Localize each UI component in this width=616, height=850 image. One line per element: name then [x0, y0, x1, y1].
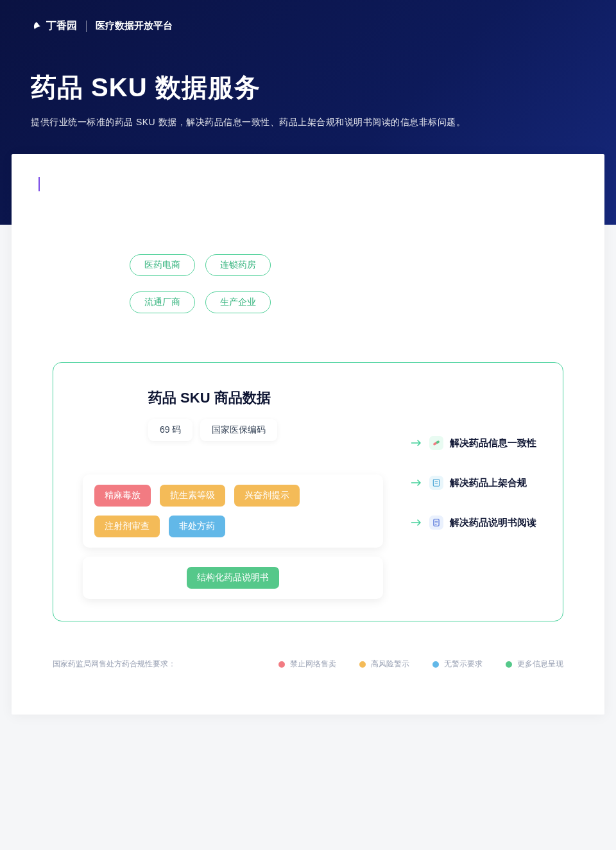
- compliance-chip: 非处方药: [169, 516, 225, 537]
- legend-dot-icon: [278, 661, 285, 668]
- svg-rect-7: [435, 523, 438, 523]
- output-label: 解决药品上架合规: [450, 477, 527, 489]
- leaf-icon: [31, 21, 42, 32]
- content-surface: 医药电商 连锁药房 流通厂商 生产企业 药品 SKU 商品数据 69 码 国家医…: [12, 154, 604, 715]
- code-tag: 国家医保编码: [200, 419, 277, 441]
- legend-lead: 国家药监局网售处方药合规性要求：: [53, 659, 176, 670]
- source-pill: 连锁药房: [205, 254, 271, 276]
- source-row-2: 流通厂商 生产企业: [130, 291, 563, 313]
- compliance-chip: 精麻毒放: [94, 485, 151, 507]
- output-item: 解决药品上架合规: [411, 476, 543, 490]
- card-left-column: 69 码 国家医保编码 精麻毒放 抗生素等级 兴奋剂提示 注射剂审查 非处方药: [73, 408, 383, 599]
- structured-manual-card: 结构化药品说明书: [83, 557, 383, 599]
- arrow-right-icon: [411, 519, 423, 526]
- compliance-chip: 注射剂审查: [94, 516, 160, 537]
- source-pills: 医药电商 连锁药房 流通厂商 生产企业: [53, 254, 563, 313]
- outputs-column: 解决药品信息一致性 解决药品上架合规: [411, 408, 543, 599]
- output-label: 解决药品信息一致性: [450, 437, 536, 449]
- arrow-right-icon: [411, 439, 423, 447]
- page-title: 药品 SKU 数据服务: [31, 70, 585, 105]
- arrow-right-icon: [411, 479, 423, 487]
- legend-item: 无警示要求: [432, 659, 483, 670]
- output-label: 解决药品说明书阅读: [450, 517, 536, 529]
- legend-label: 禁止网络售卖: [290, 659, 336, 670]
- accent-marker: [38, 177, 40, 191]
- legend-item: 更多信息呈现: [506, 659, 563, 670]
- compliance-chip: 兴奋剂提示: [234, 485, 300, 507]
- legend-dot-icon: [506, 661, 512, 668]
- output-item: 解决药品信息一致性: [411, 436, 543, 450]
- legend-item: 高风险警示: [359, 659, 409, 670]
- structured-chip: 结构化药品说明书: [187, 567, 279, 589]
- source-row-1: 医药电商 连锁药房: [130, 254, 563, 276]
- compliance-tags-card: 精麻毒放 抗生素等级 兴奋剂提示 注射剂审查 非处方药: [83, 474, 383, 548]
- form-icon: [429, 476, 443, 490]
- svg-rect-8: [435, 524, 437, 525]
- legend-label: 无警示要求: [444, 659, 483, 670]
- legend-row: 国家药监局网售处方药合规性要求： 禁止网络售卖 高风险警示 无警示要求 更多信息…: [53, 659, 563, 670]
- svg-rect-3: [435, 481, 438, 481]
- source-pill: 医药电商: [130, 254, 195, 276]
- code-tag: 69 码: [148, 419, 193, 441]
- source-pill: 生产企业: [205, 291, 271, 313]
- brand-name: 丁香园: [46, 19, 77, 33]
- platform-name: 医疗数据开放平台: [96, 20, 173, 32]
- legend-label: 更多信息呈现: [517, 659, 563, 670]
- page-subtitle: 提供行业统一标准的药品 SKU 数据，解决药品信息一致性、药品上架合规和说明书阅…: [31, 117, 585, 128]
- legend-label: 高风险警示: [371, 659, 409, 670]
- output-item: 解决药品说明书阅读: [411, 516, 543, 530]
- legend-dot-icon: [432, 661, 439, 668]
- source-pill: 流通厂商: [130, 291, 195, 313]
- legend-dot-icon: [359, 661, 366, 668]
- sku-data-card: 药品 SKU 商品数据 69 码 国家医保编码 精麻毒放 抗生素等级 兴奋剂提示: [53, 362, 563, 621]
- compliance-chip: 抗生素等级: [160, 485, 225, 507]
- brand-logo: 丁香园: [31, 19, 77, 33]
- svg-rect-4: [435, 483, 438, 483]
- header-row: 丁香园 医疗数据开放平台: [31, 19, 585, 33]
- card-title: 药品 SKU 商品数据: [148, 388, 543, 408]
- code-row: 69 码 国家医保编码: [148, 419, 383, 441]
- header-divider: [86, 21, 87, 32]
- document-icon: [429, 516, 443, 530]
- svg-rect-6: [435, 521, 438, 522]
- legend-item: 禁止网络售卖: [278, 659, 336, 670]
- pill-icon: [429, 436, 443, 450]
